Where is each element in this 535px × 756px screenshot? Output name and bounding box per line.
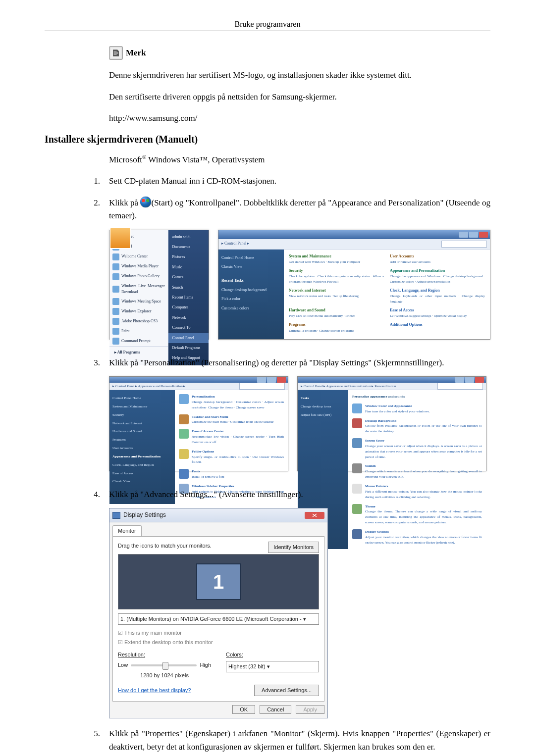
page-header: Bruke programvaren bbox=[45, 20, 490, 31]
screenshot-appearance: ▸ Control Panel ▸ Appearance and Persona… bbox=[109, 376, 288, 471]
resolution-label: Resolution: bbox=[118, 651, 211, 659]
window-maximize-icon bbox=[469, 232, 478, 238]
monitor-select[interactable]: 1. (Multiple Monitors) on NVIDIA GeForce… bbox=[118, 613, 319, 625]
dialog-title: Display Settings bbox=[123, 510, 166, 520]
close-icon bbox=[305, 512, 324, 519]
user-avatar bbox=[109, 227, 131, 249]
window-close-icon bbox=[479, 232, 488, 238]
main-monitor-checkbox[interactable]: ☑ This is my main monitor bbox=[118, 629, 319, 637]
section-heading: Installere skjermdriveren (Manuelt) bbox=[45, 134, 490, 145]
cancel-button[interactable]: Cancel bbox=[260, 705, 291, 714]
resolution-slider[interactable] bbox=[131, 664, 197, 666]
step-5-text: Klikk på "Properties" (Egenskaper) i ark… bbox=[109, 727, 490, 754]
step-1-text: Sett CD-platen Manual inn i CD-ROM-stasj… bbox=[109, 175, 490, 188]
note-paragraph-2: Den sertifiserte driveren oppgis på nett… bbox=[109, 91, 490, 103]
screenshot-start-menu: Internet E-mail Welcome Center Windows M… bbox=[109, 230, 209, 340]
note-paragraph-1: Denne skjermdriveren har sertifisert MS-… bbox=[109, 69, 490, 82]
step-3-text: Klikk på "Personalization" (Personaliser… bbox=[109, 356, 490, 479]
colors-select[interactable]: Highest (32 bit) ▾ bbox=[226, 661, 319, 672]
identify-monitors-button[interactable]: Identify Monitors bbox=[268, 542, 319, 553]
step-number-2: 2. bbox=[89, 197, 100, 348]
advanced-settings-button[interactable]: Advanced Settings... bbox=[254, 685, 319, 696]
step-number-5: 5. bbox=[89, 727, 100, 754]
monitor-icon bbox=[112, 512, 120, 519]
note-label: Merk bbox=[126, 48, 146, 58]
search-box bbox=[441, 241, 487, 248]
start-orb-icon bbox=[140, 197, 151, 207]
resolution-value: 1280 by 1024 pixels bbox=[118, 671, 211, 680]
help-link[interactable]: How do I get the best display? bbox=[118, 686, 191, 695]
colors-label: Colors: bbox=[226, 651, 319, 659]
start-menu-right: admin saidi Documents Pictures Music Gam… bbox=[168, 230, 209, 365]
os-prefix: Microsoft bbox=[109, 154, 142, 164]
step-number-1: 1. bbox=[89, 175, 100, 188]
note-icon bbox=[109, 46, 123, 60]
step-4-text: Klikk på "Advanced Settings..." (Avanser… bbox=[109, 488, 490, 718]
screenshot-personalization: ▸ Control Panel ▸ Appearance and Persona… bbox=[297, 376, 486, 471]
screenshot-display-settings: Display Settings Monitor Identify Monito… bbox=[109, 508, 328, 718]
os-suffix: Windows Vista™, Operativsystem bbox=[146, 154, 265, 164]
window-minimize-icon bbox=[459, 232, 468, 238]
step-number-3: 3. bbox=[89, 356, 100, 479]
apply-button[interactable]: Apply bbox=[296, 705, 324, 714]
screenshot-control-panel: ▸ Control Panel ▸ Control Panel Home Cla… bbox=[218, 230, 490, 340]
extend-desktop-checkbox[interactable]: ☑ Extend the desktop onto this monitor bbox=[118, 638, 319, 647]
monitor-layout-area[interactable]: 1 bbox=[118, 554, 319, 609]
step-2-text: Klikk på (Start) og "Kontrollpanel". Dob… bbox=[109, 197, 490, 348]
tab-monitor[interactable]: Monitor bbox=[112, 525, 142, 536]
os-line: Microsoft® Windows Vista™, Operativsyste… bbox=[109, 153, 490, 166]
monitor-tile-1[interactable]: 1 bbox=[196, 563, 241, 600]
start-menu-left: Internet E-mail Welcome Center Windows M… bbox=[109, 230, 168, 365]
ok-button[interactable]: OK bbox=[232, 705, 255, 714]
samsung-url: http://www.samsung.com/ bbox=[109, 112, 490, 125]
step-number-4: 4. bbox=[89, 488, 100, 718]
